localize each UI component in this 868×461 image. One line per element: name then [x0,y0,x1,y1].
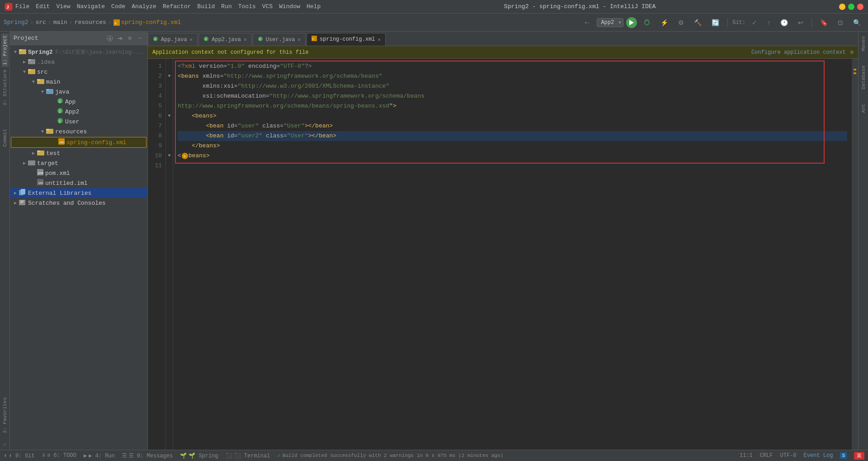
back-button[interactable]: ← [580,18,594,28]
menu-vcs[interactable]: VCS [262,3,273,10]
breadcrumb-resources[interactable]: resources [75,19,106,26]
menu-tools[interactable]: Tools [238,3,256,10]
tree-item-target[interactable]: ▶ target [10,158,147,168]
scroll-from-source-icon[interactable] [116,34,124,42]
status-todo[interactable]: ≡ ≡ 6: TODO [42,452,76,459]
git-commit-button[interactable]: ✓ [748,18,761,27]
menu-edit[interactable]: Edit [36,3,50,10]
hide-panel-icon[interactable]: — [136,34,144,42]
bookmarks-button[interactable]: 🔖 [816,18,831,27]
git-revert-button[interactable]: ↩ [794,18,807,27]
commit-tab[interactable]: Commit [1,126,9,150]
fold-10[interactable]: ▼ [166,151,173,161]
tree-item-scratches[interactable]: ▶ Scratches and Consoles [10,198,147,208]
status-run[interactable]: ▶ ▶ 4: Run [84,452,115,459]
tab-app2-java[interactable]: J App2.java ✕ [198,33,251,46]
debug-button[interactable] [640,17,654,28]
expand-button[interactable]: ⊡ [834,18,847,27]
sync-button[interactable]: 🔄 [708,18,723,27]
menu-bar[interactable]: File Edit View Navigate Code Analyze Ref… [15,3,321,10]
close-button[interactable] [857,4,863,10]
menu-navigate[interactable]: Navigate [77,3,105,10]
scratches-icon [19,199,26,207]
build-button[interactable]: 🔨 [690,18,705,27]
minimize-button[interactable] [839,4,845,10]
tree-arrow-resources: ▼ [39,129,46,134]
tab-spring-config-xml[interactable]: x spring-config.xml ✕ [307,33,386,46]
coverage-button[interactable]: ⚡ [657,18,672,27]
profiler-button[interactable]: ⚙ [675,18,688,27]
tree-item-iml[interactable]: ▶ iml untitled.iml [10,178,147,188]
git-history-button[interactable]: 🕐 [777,18,792,27]
project-tab[interactable]: 1: Project [1,33,9,67]
fold-2[interactable]: ▼ [166,71,173,81]
menu-analyze[interactable]: Analyze [132,3,156,10]
tree-arrow: ▼ [12,50,19,55]
favorites-tab[interactable]: 2: Favorites [1,395,9,436]
star-icon[interactable]: ☆ [3,440,6,448]
close-tab-spring-config[interactable]: ✕ [378,37,381,42]
configure-context-link[interactable]: Configure application context [751,49,846,56]
tree-item-idea[interactable]: ▶ .idea [10,57,147,67]
close-tab-user[interactable]: ✕ [297,37,301,42]
menu-file[interactable]: File [15,3,29,10]
search-everywhere-button[interactable]: 🔍 [849,18,864,27]
breadcrumb-project[interactable]: Spring2 [4,19,28,26]
tree-item-spring-config[interactable]: ▶ xml spring-config.xml [11,137,146,148]
encoding[interactable]: UTF-8 [780,452,797,459]
menu-refactor[interactable]: Refactor [163,3,191,10]
status-git[interactable]: ⬆ ⬆ 9: Git [4,452,35,459]
ant-tab[interactable]: Ant [859,101,868,116]
tree-item-test[interactable]: ▶ test [10,148,147,158]
tree-item-app2[interactable]: ▶ J App2 [10,107,147,117]
code-area-container[interactable]: <?xml version="1.0" encoding="UTF-8"?> <… [173,59,852,450]
svg-text:J: J [204,37,207,41]
fold-6[interactable]: ▼ [166,111,173,121]
tree-item-main[interactable]: ▼ main [10,77,147,87]
tree-item-src[interactable]: ▼ src [10,67,147,77]
tab-user-java[interactable]: J User.java ✕ [253,33,306,46]
run-button[interactable] [626,17,637,28]
line-num-2: 2 [148,71,162,81]
status-messages[interactable]: ☰ ☰ 0: Messages [122,452,173,459]
menu-view[interactable]: View [56,3,70,10]
input-method-en[interactable]: 英 [854,452,864,460]
breadcrumb-main[interactable]: main [53,19,67,26]
add-icon[interactable]: ⊕ [106,34,114,42]
menu-help[interactable]: Help [307,3,321,10]
configure-icon[interactable]: ⚙ [850,49,854,56]
tree-arrow-idea: ▶ [21,59,28,65]
input-method-indicator[interactable]: S [840,452,847,459]
menu-window[interactable]: Window [279,3,300,10]
code-editor[interactable]: <?xml version="1.0" encoding="UTF-8"?> <… [173,59,852,174]
run-config-dropdown[interactable]: App2 ▼ [597,18,623,27]
close-tab-app2[interactable]: ✕ [244,37,247,42]
vertical-scrollbar[interactable] [852,59,858,450]
tree-item-user[interactable]: ▶ J User [10,117,147,127]
line-num-7: 7 [148,121,162,131]
tree-item-spring2[interactable]: ▼ Spring2 F:\Git安装\java-learning-... [10,47,147,57]
maximize-button[interactable] [848,4,854,10]
tab-app-java[interactable]: J App.java ✕ [148,33,198,46]
event-log-link[interactable]: Event Log [804,452,833,459]
gear-icon[interactable]: ⚙ [126,34,134,42]
maven-tab[interactable]: Maven [859,33,868,54]
breadcrumb-file[interactable]: xspring-config.xml [113,19,181,26]
line-ending[interactable]: CRLF [760,452,773,459]
cursor-position[interactable]: 11:1 [740,452,753,459]
status-terminal[interactable]: ⬛ ⬛ Terminal [226,452,270,459]
breadcrumb-src[interactable]: src [35,19,46,26]
tree-item-external-libs[interactable]: ▶ External Libraries [10,188,147,198]
menu-run[interactable]: Run [221,3,231,10]
tree-item-app[interactable]: ▶ J App [10,97,147,107]
database-tab[interactable]: Database [859,63,868,92]
menu-code[interactable]: Code [111,3,125,10]
tree-item-pom[interactable]: ▶ pom pom.xml [10,168,147,178]
close-tab-app[interactable]: ✕ [190,37,193,42]
tree-item-java[interactable]: ▼ java [10,87,147,97]
tree-item-resources[interactable]: ▼ resources [10,127,147,136]
menu-build[interactable]: Build [197,3,215,10]
git-push-button[interactable]: ↑ [764,18,774,27]
status-spring[interactable]: 🌱 🌱 Spring [180,452,218,459]
structure-tab[interactable]: 2: Structure [1,67,9,108]
